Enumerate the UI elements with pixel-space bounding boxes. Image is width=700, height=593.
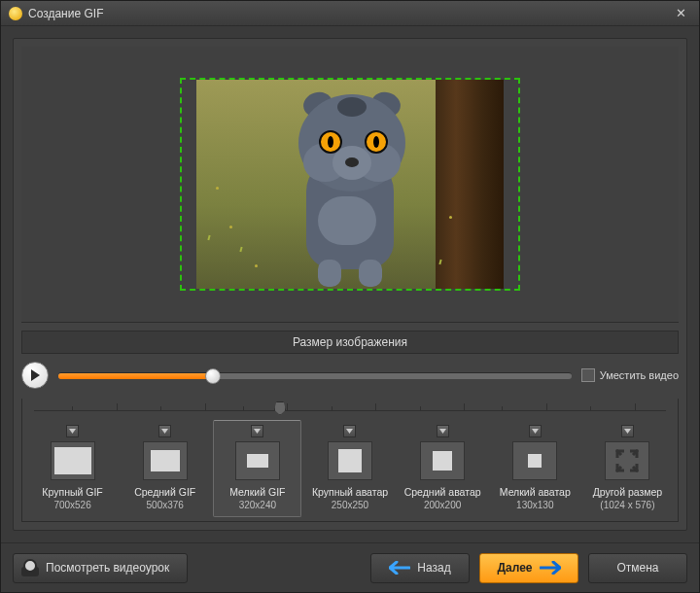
size-dimensions: 320x240 (216, 500, 298, 510)
arrow-left-icon (389, 561, 410, 575)
size-thumb (512, 441, 557, 480)
size-title: Другой размер (586, 486, 669, 498)
size-option-1[interactable]: Средний GIF500x376 (121, 420, 209, 517)
preview-area (21, 47, 679, 323)
next-button[interactable]: Далее (479, 553, 578, 583)
size-dropdown-icon[interactable] (158, 425, 171, 437)
svg-marker-0 (31, 369, 40, 381)
size-title: Мелкий GIF (216, 486, 298, 498)
size-thumb (143, 441, 188, 480)
svg-marker-5 (439, 429, 446, 434)
footer: Посмотреть видеоурок Назад Далее Отмена (1, 542, 699, 592)
svg-marker-7 (624, 429, 631, 434)
cancel-button[interactable]: Отмена (588, 553, 687, 583)
section-label: Размер изображения (21, 331, 679, 354)
zoom-slider-row: Уместить видео (21, 362, 679, 389)
size-thumb (235, 441, 280, 480)
back-button[interactable]: Назад (370, 553, 470, 583)
fit-video-label: Уместить видео (600, 369, 679, 381)
size-dimensions: 200x200 (402, 500, 484, 510)
size-title: Мелкий аватар (494, 486, 577, 498)
size-dropdown-icon[interactable] (437, 425, 449, 437)
size-dropdown-icon[interactable] (66, 425, 79, 437)
arrow-right-icon (540, 561, 561, 575)
size-dropdown-icon[interactable] (251, 425, 263, 437)
size-option-5[interactable]: Мелкий аватар130x130 (491, 420, 579, 517)
camera-icon (21, 559, 39, 576)
content-panel: Размер изображения Уместить видео (13, 38, 687, 531)
size-dimensions: 700x526 (31, 500, 114, 510)
back-label: Назад (417, 561, 450, 575)
size-title: Средний GIF (123, 486, 206, 498)
size-option-3[interactable]: Крупный аватар250x250 (305, 420, 394, 517)
size-thumb (605, 441, 649, 480)
play-button[interactable] (21, 362, 49, 389)
size-dimensions: 130x130 (494, 500, 577, 510)
size-dimensions: 250x250 (308, 500, 391, 510)
size-dropdown-icon[interactable] (621, 425, 634, 437)
size-dropdown-icon[interactable] (529, 425, 542, 437)
size-title: Крупный GIF (31, 486, 114, 498)
size-thumb (420, 441, 465, 480)
svg-marker-1 (69, 429, 76, 434)
fit-video-checkbox[interactable]: Уместить видео (581, 368, 679, 382)
size-scale-handle[interactable] (274, 401, 286, 415)
next-label: Далее (497, 561, 532, 575)
size-option-0[interactable]: Крупный GIF700x526 (28, 420, 117, 517)
zoom-slider[interactable] (58, 372, 572, 379)
svg-marker-6 (532, 429, 539, 434)
size-options: Крупный GIF700x526Средний GIF500x376Мелк… (28, 420, 672, 517)
cancel-label: Отмена (616, 561, 658, 575)
svg-marker-4 (346, 429, 353, 434)
size-option-2[interactable]: Мелкий GIF320x240 (213, 420, 301, 517)
size-dropdown-icon[interactable] (343, 425, 356, 437)
sizes-area: Крупный GIF700x526Средний GIF500x376Мелк… (21, 399, 679, 522)
size-thumb (51, 441, 95, 480)
svg-marker-3 (254, 429, 261, 434)
checkbox-icon (581, 368, 595, 382)
size-dimensions: (1024 x 576) (586, 500, 669, 510)
size-scale[interactable] (34, 399, 666, 416)
crop-frame[interactable] (180, 78, 520, 291)
size-dimensions: 500x376 (123, 500, 206, 510)
window-title: Создание GIF (28, 7, 668, 20)
size-thumb (328, 441, 372, 480)
close-button[interactable]: ✕ (668, 5, 693, 22)
watch-tutorial-label: Посмотреть видеоурок (46, 561, 169, 575)
size-option-4[interactable]: Средний аватар200x200 (399, 420, 487, 517)
zoom-slider-handle[interactable] (205, 368, 221, 384)
size-option-6[interactable]: Другой размер(1024 x 576) (583, 420, 672, 517)
size-title: Крупный аватар (308, 486, 391, 498)
svg-marker-2 (161, 429, 168, 434)
preview-image (196, 80, 504, 289)
window: Создание GIF ✕ (0, 0, 700, 593)
watch-tutorial-button[interactable]: Посмотреть видеоурок (13, 553, 188, 583)
app-icon (9, 7, 22, 20)
titlebar: Создание GIF ✕ (1, 1, 699, 26)
cat-illustration (279, 89, 430, 289)
size-title: Средний аватар (402, 486, 484, 498)
zoom-slider-fill (58, 373, 212, 379)
